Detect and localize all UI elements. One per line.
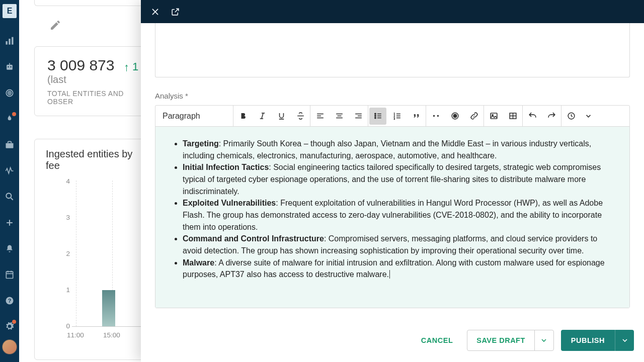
underline-button[interactable] [272,106,291,127]
save-draft-label: SAVE DRAFT [467,330,534,350]
link-button[interactable] [464,106,484,127]
svg-line-12 [11,198,13,200]
paragraph-select-label: Paragraph [163,112,200,121]
strikethrough-button[interactable] [291,106,310,127]
cancel-button[interactable]: CANCEL [414,330,460,351]
align-center-button[interactable] [330,106,349,127]
save-draft-dropdown[interactable] [534,330,553,350]
svg-rect-51 [491,113,497,119]
edit-icon[interactable] [49,19,61,33]
field-label: Analysis * [155,92,630,100]
svg-point-48 [437,115,438,117]
quote-button[interactable] [407,106,426,127]
modal-footer: CANCEL SAVE DRAFT PUBLISH [141,319,644,362]
paragraph-select[interactable]: Paragraph [155,112,233,121]
open-external-icon[interactable] [168,5,182,19]
gear-icon[interactable] [0,317,19,337]
numbered-list-button[interactable]: 123 [387,106,407,127]
svg-point-4 [8,66,9,68]
svg-line-25 [261,113,263,119]
pulse-icon[interactable] [0,161,19,181]
record-button[interactable] [445,106,464,127]
svg-rect-10 [6,143,14,148]
chart-y-tick: 2 [60,250,70,257]
app-logo[interactable]: E [3,4,17,18]
plus-icon[interactable] [0,213,19,233]
close-icon[interactable] [148,5,162,19]
avatar[interactable] [2,339,17,354]
svg-rect-3 [7,65,13,70]
svg-point-11 [6,194,11,199]
calendar-icon[interactable] [0,264,19,285]
bullet-list-button[interactable] [369,108,386,125]
svg-rect-0 [6,41,8,45]
svg-point-5 [10,66,12,68]
fire-icon[interactable] [0,109,19,129]
chart-x-tick: 15:00 [103,331,120,339]
list-item: Command and Control Infrastructure: Comp… [183,233,614,256]
stat-number: 3 009 873 [47,57,114,73]
image-button[interactable] [484,106,503,127]
publish-dropdown[interactable] [615,330,634,351]
target-icon[interactable] [0,83,19,103]
chart-y-tick: 1 [60,286,70,294]
modal-header [141,0,644,23]
italic-button[interactable] [253,106,272,127]
editor-content[interactable]: Targeting: Primarily South Korea – thoug… [155,127,629,308]
svg-text:?: ? [8,298,12,304]
svg-rect-15 [6,272,13,278]
chart-x-tick: 11:00 [67,331,84,339]
list-item: Exploited Vulnerabilities: Frequent expl… [183,197,614,233]
svg-text:3: 3 [393,118,395,120]
align-left-button[interactable] [310,106,330,127]
svg-point-47 [433,115,434,117]
dashboard-icon[interactable] [0,31,19,51]
svg-point-50 [453,114,456,117]
undo-button[interactable] [523,106,542,127]
svg-point-37 [374,117,375,118]
save-draft-button[interactable]: SAVE DRAFT [467,330,554,351]
chart-body: 4 3 2 1 0 11:00 15:00 [46,180,151,341]
svg-rect-2 [12,37,13,44]
chart-bar [102,290,115,326]
search-icon[interactable] [0,187,19,207]
robot-icon[interactable] [0,57,19,77]
app-sidebar: E ? [0,0,19,362]
list-item: Targeting: Primarily South Korea – thoug… [183,138,614,161]
chart-gridline [76,180,76,326]
bell-icon[interactable] [0,239,19,259]
history-button[interactable] [561,106,581,127]
publish-button[interactable]: PUBLISH [561,330,634,351]
notification-badge [12,320,16,324]
editor-toolbar: Paragraph 123 [155,106,629,127]
stat-paren: (last [47,74,66,85]
notification-badge [12,112,16,116]
list-item: Initial Infection Tactics: Social engine… [183,161,614,197]
history-dropdown[interactable] [581,106,596,127]
modal-content: Analysis * Paragraph [141,23,644,319]
briefcase-icon[interactable] [0,135,19,155]
publish-label: PUBLISH [561,330,615,351]
table-button[interactable] [503,106,522,127]
align-right-button[interactable] [349,106,368,127]
svg-rect-1 [9,39,10,45]
editor-container: Paragraph 123 [155,105,630,308]
stat-trend: ↑ 1 [124,60,138,73]
chart-y-tick: 0 [60,322,70,330]
editor-modal: Analysis * Paragraph [141,0,644,362]
bold-button[interactable] [233,106,253,127]
help-icon[interactable]: ? [0,291,19,311]
blank-field[interactable] [155,23,630,77]
redo-button[interactable] [542,106,561,127]
svg-point-9 [9,93,10,94]
more-button[interactable] [426,106,445,127]
chart-y-tick: 4 [60,177,70,185]
list-item: Malware: A diverse suite of malware for … [183,257,614,281]
stat-label: TOTAL ENTITIES AND OBSER [47,89,147,106]
svg-point-36 [374,115,375,116]
chart-title: Ingested entities by fee [46,148,148,171]
svg-point-35 [374,113,375,114]
chart-y-tick: 3 [60,214,70,221]
